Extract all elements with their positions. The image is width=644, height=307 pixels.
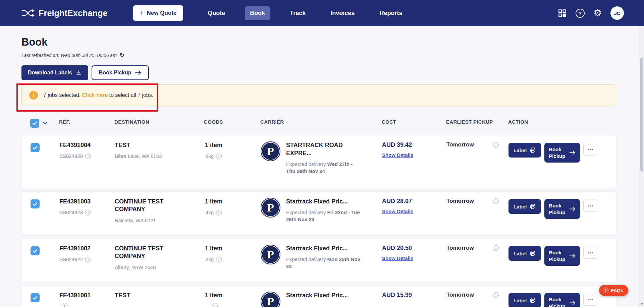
info-icon[interactable]: i xyxy=(493,198,499,204)
settings-gear-icon[interactable]: ⚙ xyxy=(593,8,602,18)
nav-item-reports[interactable]: Reports xyxy=(374,6,407,20)
goods-items: 1 item xyxy=(190,292,237,299)
row-checkbox[interactable] xyxy=(31,199,40,208)
nav-item-book[interactable]: Book xyxy=(245,6,270,20)
alert-text: 7 jobs selected. Click here to select al… xyxy=(43,92,153,98)
brand-name: FreightExchange xyxy=(39,8,108,18)
label-button-text: Label xyxy=(514,147,527,153)
help-icon[interactable]: ? xyxy=(576,9,585,18)
download-labels-button[interactable]: Download Labels xyxy=(21,65,88,80)
show-details-link[interactable]: Show Details xyxy=(382,152,413,158)
delivery-prefix: Expected delivery xyxy=(286,209,327,215)
label-button[interactable]: Label xyxy=(508,143,541,158)
top-navbar: FreightExchange + New Quote Quote Book T… xyxy=(0,0,644,26)
row-select-cell xyxy=(22,198,59,208)
destination-address: Balcatta, WA 6021 xyxy=(115,217,156,224)
select-all-link[interactable]: Click here xyxy=(82,92,108,98)
job-ref: FE4391001 xyxy=(59,292,115,299)
label-button[interactable]: Label xyxy=(508,246,541,261)
alert-prefix: 7 jobs selected. xyxy=(43,92,82,98)
info-icon[interactable]: i xyxy=(493,142,499,148)
col-header-earliest-pickup: EARLIEST PICKUP xyxy=(446,119,502,125)
row-select-cell xyxy=(22,141,59,152)
info-icon[interactable]: i xyxy=(493,292,499,298)
earliest-pickup-cell: Tomorrow i xyxy=(446,198,503,204)
nav-item-quote[interactable]: Quote xyxy=(203,6,230,20)
carrier-cell: P Startrack Fixed Pric... Expected deliv… xyxy=(237,245,382,270)
show-details-link[interactable]: Show Details xyxy=(382,208,413,214)
pickup-date: Tomorrow xyxy=(446,245,474,251)
goods-cell: 1 item i xyxy=(190,292,237,307)
info-icon[interactable]: i xyxy=(216,154,222,159)
goods-cell: 1 item 8kg i xyxy=(190,141,237,160)
job-subref: SS024922 xyxy=(59,256,83,263)
earliest-pickup-cell: Tomorrow i xyxy=(446,245,503,251)
row-book-pickup-button[interactable]: Book Pickup xyxy=(544,199,580,219)
row-checkbox[interactable] xyxy=(31,246,40,255)
carrier-info: Startrack Fixed Pric... xyxy=(286,292,363,307)
goods-weight: 8kg xyxy=(206,153,214,160)
refresh-icon[interactable]: ↻ xyxy=(120,52,124,59)
more-options-button[interactable]: ... xyxy=(583,293,597,306)
scrollbar-track[interactable]: ▼ xyxy=(639,0,644,307)
job-row: FE4391001 i TEST 1 item i P xyxy=(21,285,616,307)
pickup-date: Tomorrow xyxy=(446,198,474,204)
row-checkbox[interactable] xyxy=(31,143,40,152)
more-options-button[interactable]: ... xyxy=(583,199,597,212)
action-cell: Label Book Pickup ... xyxy=(503,141,616,163)
select-all-cell xyxy=(21,119,59,128)
ref-cell: FE4391002 SS024922 i xyxy=(59,245,115,263)
job-ref: FE4391004 xyxy=(59,141,115,149)
book-pickup-button[interactable]: Book Pickup xyxy=(92,65,149,80)
faqs-button[interactable]: ? FAQs xyxy=(599,285,628,296)
info-icon[interactable]: i xyxy=(212,303,218,307)
user-avatar[interactable]: JC xyxy=(610,6,624,20)
label-button[interactable]: Label xyxy=(508,199,541,214)
more-options-button[interactable]: ... xyxy=(583,143,597,156)
chevron-down-icon xyxy=(43,122,48,125)
more-options-button[interactable]: ... xyxy=(583,246,597,259)
info-icon[interactable]: i xyxy=(216,257,222,262)
row-book-pickup-button[interactable]: Book Pickup xyxy=(544,143,580,163)
label-button[interactable]: Label xyxy=(508,293,541,307)
col-header-action: ACTION xyxy=(502,119,616,125)
info-icon[interactable]: i xyxy=(62,303,67,307)
carrier-name: Startrack Fixed Pric... xyxy=(286,292,363,300)
row-book-pickup-button[interactable]: Book Pickup xyxy=(544,246,580,266)
new-quote-button[interactable]: + New Quote xyxy=(133,5,183,21)
nav-item-invoices[interactable]: Invoices xyxy=(325,6,360,20)
label-button-text: Label xyxy=(514,298,527,303)
pickup-date: Tomorrow xyxy=(446,141,474,148)
row-book-pickup-button[interactable]: Book Pickup xyxy=(544,293,580,307)
action-cell: Label Book Pickup ... xyxy=(503,198,616,219)
brand[interactable]: FreightExchange xyxy=(21,8,108,18)
info-icon[interactable]: i xyxy=(216,210,222,216)
show-details-link[interactable]: Show Details xyxy=(382,255,413,261)
expected-delivery: Expected delivery Mon 25th Nov 24 xyxy=(286,256,363,270)
ref-cell: FE4391004 SS024928 i xyxy=(59,141,115,160)
select-all-checkbox[interactable] xyxy=(30,119,39,128)
arrow-right-icon xyxy=(569,206,576,211)
destination-cell: CONTINUE TEST COMPANY Balcatta, WA 6021 xyxy=(115,198,190,224)
destination-address: Albury, NSW 2640 xyxy=(115,264,156,271)
info-icon[interactable]: i xyxy=(493,245,499,251)
job-ref: FE4391003 xyxy=(59,198,115,205)
nav-item-track[interactable]: Track xyxy=(285,6,311,20)
cost-cell: AUD 15.99 xyxy=(382,292,446,299)
book-pickup-text: Book Pickup xyxy=(549,296,566,307)
apps-grid-icon[interactable] xyxy=(558,9,567,18)
info-icon[interactable]: i xyxy=(85,154,91,159)
row-checkbox[interactable] xyxy=(31,293,40,302)
destination-cell: TEST xyxy=(115,292,190,303)
selection-dropdown-button[interactable] xyxy=(42,121,48,125)
cost-cell: AUD 28.07 Show Details xyxy=(382,198,446,214)
info-icon[interactable]: i xyxy=(85,257,91,262)
scrollbar-thumb[interactable] xyxy=(640,58,643,172)
info-icon[interactable]: i xyxy=(85,210,91,216)
goods-cell: 1 item 4kg i xyxy=(190,198,237,216)
destination-name: CONTINUE TEST COMPANY xyxy=(115,198,190,213)
destination-name: TEST xyxy=(115,141,190,149)
scroll-down-arrow-icon[interactable]: ▼ xyxy=(639,302,644,306)
job-cost: AUD 28.07 xyxy=(382,198,446,205)
selection-alert-banner: i 7 jobs selected. Click here to select … xyxy=(21,84,616,106)
